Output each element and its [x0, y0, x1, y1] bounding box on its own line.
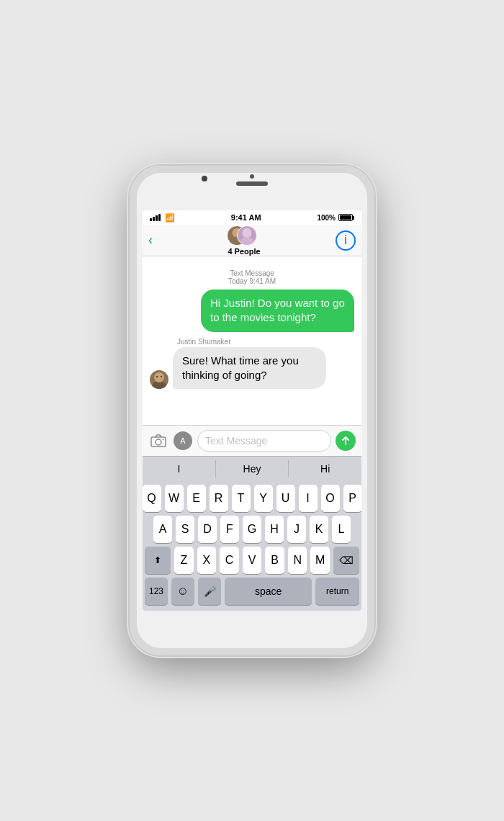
status-time: 9:41 AM	[231, 213, 261, 222]
camera-dot	[250, 174, 254, 179]
autocomplete-hi[interactable]: Hi	[289, 460, 361, 477]
phone-frame: 📶 9:41 AM 100% ‹	[130, 166, 374, 655]
message-time: Today 9:41 AM	[150, 277, 354, 285]
key-v[interactable]: V	[243, 547, 262, 574]
key-r[interactable]: R	[210, 485, 228, 512]
key-m[interactable]: M	[310, 547, 330, 574]
key-w[interactable]: W	[165, 485, 184, 512]
svg-point-9	[156, 439, 161, 445]
keyboard-row-1: Q W E R T Y U I O P	[145, 485, 359, 512]
delete-key[interactable]: ⌫	[333, 547, 359, 574]
svg-point-5	[154, 372, 164, 382]
battery-percent: 100%	[317, 214, 336, 222]
key-y[interactable]: Y	[254, 485, 273, 512]
key-z[interactable]: Z	[174, 547, 194, 574]
sender-name: Justin Shumaker	[177, 338, 354, 346]
svg-text:A: A	[180, 436, 186, 445]
key-e[interactable]: E	[187, 485, 206, 512]
svg-point-3	[243, 228, 252, 237]
autocomplete-i[interactable]: I	[143, 460, 216, 477]
status-right: 100%	[317, 214, 354, 222]
key-o[interactable]: O	[321, 485, 340, 512]
avatar-2	[237, 225, 257, 246]
emoji-key[interactable]: ☺	[171, 578, 194, 605]
status-bar: 📶 9:41 AM 100%	[143, 210, 361, 225]
keyboard-row-3: ⬆ Z X C V B N M ⌫	[145, 547, 359, 574]
key-f[interactable]: F	[220, 516, 239, 543]
svg-point-2	[239, 236, 255, 244]
svg-point-7	[161, 376, 162, 377]
key-x[interactable]: X	[197, 547, 217, 574]
key-p[interactable]: P	[343, 485, 362, 512]
key-i[interactable]: I	[299, 485, 318, 512]
messages-area: Text Message Today 9:41 AM Hi Justin! Do…	[143, 256, 361, 425]
shift-key[interactable]: ⬆	[145, 547, 171, 574]
autocomplete-hey[interactable]: Hey	[216, 460, 289, 477]
key-a[interactable]: A	[153, 516, 172, 543]
incoming-message: Sure! What time are you thinking of goin…	[150, 347, 354, 390]
nav-bar: ‹ 4 People	[143, 225, 361, 256]
input-area: A Text Message	[143, 425, 361, 456]
keyboard-row-bottom: 123 ☺ 🎤 space return	[145, 578, 359, 605]
key-d[interactable]: D	[198, 516, 217, 543]
key-k[interactable]: K	[310, 516, 328, 543]
numbers-key[interactable]: 123	[145, 578, 168, 605]
wifi-icon: 📶	[165, 213, 175, 223]
info-button[interactable]: i	[336, 230, 356, 251]
signal-bars	[150, 214, 161, 221]
key-g[interactable]: G	[243, 516, 261, 543]
incoming-message-wrapper: Justin Shumaker Sure! What time are you …	[150, 338, 354, 390]
mic-key[interactable]: 🎤	[198, 578, 221, 605]
return-key[interactable]: return	[315, 578, 359, 605]
incoming-bubble: Sure! What time are you thinking of goin…	[173, 347, 326, 390]
phone-screen: 📶 9:41 AM 100% ‹	[143, 210, 361, 611]
space-key[interactable]: space	[225, 578, 312, 605]
svg-point-10	[163, 439, 164, 440]
message-type: Text Message	[150, 269, 354, 277]
input-placeholder: Text Message	[205, 435, 267, 447]
keyboard: Q W E R T Y U I O P A S D F G H J	[143, 480, 361, 611]
message-input[interactable]: Text Message	[197, 430, 331, 452]
keyboard-row-2: A S D F G H J K L	[145, 516, 359, 543]
front-camera	[202, 176, 207, 181]
key-l[interactable]: L	[332, 516, 351, 543]
group-avatars	[227, 225, 261, 246]
key-c[interactable]: C	[220, 547, 239, 574]
autocomplete-bar: I Hey Hi	[143, 456, 361, 480]
key-t[interactable]: T	[232, 485, 251, 512]
key-j[interactable]: J	[287, 516, 306, 543]
apps-button[interactable]: A	[173, 431, 193, 451]
speaker	[236, 181, 268, 186]
group-name: 4 People	[228, 247, 260, 256]
sender-avatar	[150, 370, 168, 389]
key-q[interactable]: Q	[143, 485, 161, 512]
status-left: 📶	[150, 213, 175, 223]
camera-button[interactable]	[148, 431, 168, 451]
key-b[interactable]: B	[265, 547, 284, 574]
notch	[236, 174, 268, 186]
nav-center: 4 People	[227, 225, 261, 256]
outgoing-message: Hi Justin! Do you want to go to the movi…	[150, 290, 354, 332]
battery-icon	[338, 214, 354, 221]
key-u[interactable]: U	[276, 485, 295, 512]
send-button[interactable]	[336, 431, 356, 451]
message-timestamp: Text Message Today 9:41 AM	[150, 269, 354, 285]
back-button[interactable]: ‹	[148, 233, 153, 248]
key-n[interactable]: N	[288, 547, 307, 574]
svg-point-6	[156, 376, 158, 377]
outgoing-bubble: Hi Justin! Do you want to go to the movi…	[201, 290, 354, 332]
key-h[interactable]: H	[265, 516, 284, 543]
key-s[interactable]: S	[176, 516, 194, 543]
